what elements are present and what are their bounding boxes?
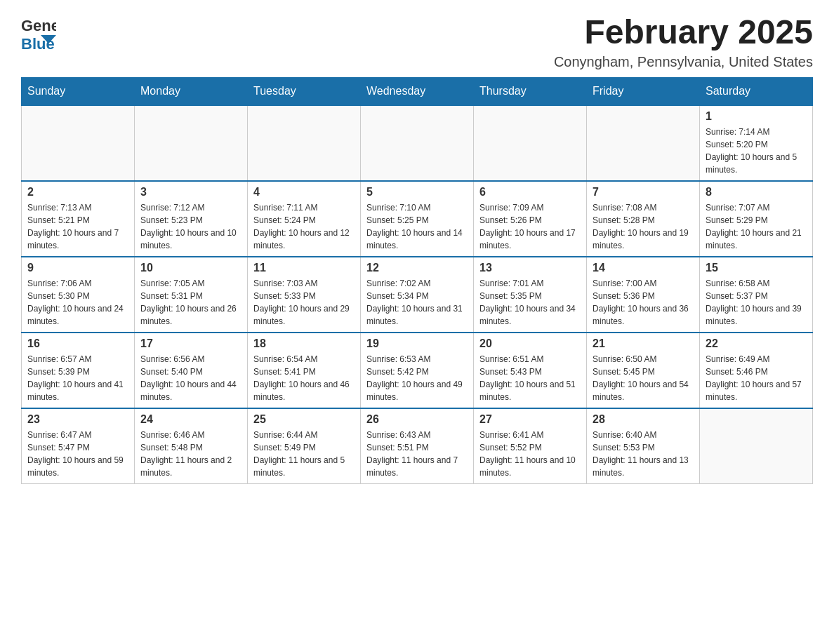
day-info: Sunrise: 6:49 AMSunset: 5:46 PMDaylight:… <box>706 353 807 403</box>
day-number: 27 <box>479 413 581 426</box>
day-info: Sunrise: 7:07 AMSunset: 5:29 PMDaylight:… <box>706 201 807 252</box>
day-number: 20 <box>479 337 581 350</box>
day-cell: 24Sunrise: 6:46 AMSunset: 5:48 PMDayligh… <box>135 408 248 484</box>
day-number: 16 <box>27 337 128 350</box>
day-number: 15 <box>706 262 807 274</box>
day-cell: 21Sunrise: 6:50 AMSunset: 5:45 PMDayligh… <box>587 333 700 408</box>
day-cell <box>135 105 248 181</box>
day-cell: 5Sunrise: 7:10 AMSunset: 5:25 PMDaylight… <box>361 181 474 257</box>
day-cell: 26Sunrise: 6:43 AMSunset: 5:51 PMDayligh… <box>361 408 474 484</box>
day-cell: 23Sunrise: 6:47 AMSunset: 5:47 PMDayligh… <box>22 408 135 484</box>
day-number: 23 <box>27 413 128 426</box>
day-cell: 12Sunrise: 7:02 AMSunset: 5:34 PMDayligh… <box>361 257 474 333</box>
day-info: Sunrise: 7:13 AMSunset: 5:21 PMDaylight:… <box>27 201 128 252</box>
column-header-friday: Friday <box>587 77 700 105</box>
day-info: Sunrise: 6:40 AMSunset: 5:53 PMDaylight:… <box>593 429 694 479</box>
day-number: 7 <box>593 186 694 199</box>
day-info: Sunrise: 6:57 AMSunset: 5:39 PMDaylight:… <box>27 353 128 403</box>
day-info: Sunrise: 7:14 AMSunset: 5:20 PMDaylight:… <box>706 126 807 176</box>
day-info: Sunrise: 6:44 AMSunset: 5:49 PMDaylight:… <box>253 429 355 479</box>
day-info: Sunrise: 7:00 AMSunset: 5:36 PMDaylight:… <box>593 277 694 328</box>
page-header: General Blue February 2025 Conyngham, Pe… <box>21 14 813 70</box>
day-info: Sunrise: 6:41 AMSunset: 5:52 PMDaylight:… <box>479 429 581 479</box>
day-number: 2 <box>27 186 128 199</box>
day-cell: 11Sunrise: 7:03 AMSunset: 5:33 PMDayligh… <box>248 257 361 333</box>
day-number: 10 <box>140 262 241 274</box>
day-info: Sunrise: 6:54 AMSunset: 5:41 PMDaylight:… <box>253 353 355 403</box>
day-info: Sunrise: 7:08 AMSunset: 5:28 PMDaylight:… <box>593 201 694 252</box>
day-cell: 18Sunrise: 6:54 AMSunset: 5:41 PMDayligh… <box>248 333 361 408</box>
day-info: Sunrise: 6:46 AMSunset: 5:48 PMDaylight:… <box>140 429 241 479</box>
day-cell: 14Sunrise: 7:00 AMSunset: 5:36 PMDayligh… <box>587 257 700 333</box>
day-info: Sunrise: 7:12 AMSunset: 5:23 PMDaylight:… <box>140 201 241 252</box>
day-cell: 7Sunrise: 7:08 AMSunset: 5:28 PMDaylight… <box>587 181 700 257</box>
column-header-wednesday: Wednesday <box>361 77 474 105</box>
logo-icon: General Blue <box>21 14 56 55</box>
column-header-thursday: Thursday <box>474 77 587 105</box>
day-number: 11 <box>253 262 355 274</box>
day-cell: 6Sunrise: 7:09 AMSunset: 5:26 PMDaylight… <box>474 181 587 257</box>
svg-text:Blue: Blue <box>21 35 55 53</box>
day-cell: 10Sunrise: 7:05 AMSunset: 5:31 PMDayligh… <box>135 257 248 333</box>
day-info: Sunrise: 7:09 AMSunset: 5:26 PMDaylight:… <box>479 201 581 252</box>
day-cell: 16Sunrise: 6:57 AMSunset: 5:39 PMDayligh… <box>22 333 135 408</box>
day-cell <box>587 105 700 181</box>
day-info: Sunrise: 6:43 AMSunset: 5:51 PMDaylight:… <box>366 429 468 479</box>
day-number: 9 <box>27 262 128 274</box>
day-cell: 17Sunrise: 6:56 AMSunset: 5:40 PMDayligh… <box>135 333 248 408</box>
day-info: Sunrise: 6:56 AMSunset: 5:40 PMDaylight:… <box>140 353 241 403</box>
calendar-header-row: SundayMondayTuesdayWednesdayThursdayFrid… <box>22 77 813 105</box>
day-info: Sunrise: 7:06 AMSunset: 5:30 PMDaylight:… <box>27 277 128 328</box>
day-info: Sunrise: 6:50 AMSunset: 5:45 PMDaylight:… <box>593 353 694 403</box>
column-header-tuesday: Tuesday <box>248 77 361 105</box>
day-number: 5 <box>366 186 468 199</box>
day-info: Sunrise: 7:03 AMSunset: 5:33 PMDaylight:… <box>253 277 355 328</box>
day-cell: 8Sunrise: 7:07 AMSunset: 5:29 PMDaylight… <box>700 181 813 257</box>
day-cell: 15Sunrise: 6:58 AMSunset: 5:37 PMDayligh… <box>700 257 813 333</box>
day-number: 28 <box>593 413 694 426</box>
day-cell: 19Sunrise: 6:53 AMSunset: 5:42 PMDayligh… <box>361 333 474 408</box>
day-cell <box>248 105 361 181</box>
day-number: 13 <box>479 262 581 274</box>
day-number: 18 <box>253 337 355 350</box>
calendar-table: SundayMondayTuesdayWednesdayThursdayFrid… <box>21 77 813 484</box>
day-cell <box>474 105 587 181</box>
day-cell <box>22 105 135 181</box>
day-cell: 2Sunrise: 7:13 AMSunset: 5:21 PMDaylight… <box>22 181 135 257</box>
svg-text:General: General <box>21 17 56 34</box>
day-cell: 13Sunrise: 7:01 AMSunset: 5:35 PMDayligh… <box>474 257 587 333</box>
week-row-3: 9Sunrise: 7:06 AMSunset: 5:30 PMDaylight… <box>22 257 813 333</box>
day-number: 1 <box>706 110 807 123</box>
day-number: 24 <box>140 413 241 426</box>
day-info: Sunrise: 6:47 AMSunset: 5:47 PMDaylight:… <box>27 429 128 479</box>
day-cell: 28Sunrise: 6:40 AMSunset: 5:53 PMDayligh… <box>587 408 700 484</box>
logo: General Blue <box>21 14 56 55</box>
day-cell: 3Sunrise: 7:12 AMSunset: 5:23 PMDaylight… <box>135 181 248 257</box>
day-number: 8 <box>706 186 807 199</box>
day-cell: 20Sunrise: 6:51 AMSunset: 5:43 PMDayligh… <box>474 333 587 408</box>
day-cell: 9Sunrise: 7:06 AMSunset: 5:30 PMDaylight… <box>22 257 135 333</box>
day-number: 19 <box>366 337 468 350</box>
week-row-4: 16Sunrise: 6:57 AMSunset: 5:39 PMDayligh… <box>22 333 813 408</box>
column-header-saturday: Saturday <box>700 77 813 105</box>
day-number: 22 <box>706 337 807 350</box>
calendar-subtitle: Conyngham, Pennsylvania, United States <box>554 54 813 70</box>
day-info: Sunrise: 7:05 AMSunset: 5:31 PMDaylight:… <box>140 277 241 328</box>
day-number: 26 <box>366 413 468 426</box>
column-header-sunday: Sunday <box>22 77 135 105</box>
calendar-title: February 2025 <box>554 14 813 51</box>
week-row-5: 23Sunrise: 6:47 AMSunset: 5:47 PMDayligh… <box>22 408 813 484</box>
day-info: Sunrise: 7:02 AMSunset: 5:34 PMDaylight:… <box>366 277 468 328</box>
day-number: 14 <box>593 262 694 274</box>
day-number: 17 <box>140 337 241 350</box>
day-info: Sunrise: 7:10 AMSunset: 5:25 PMDaylight:… <box>366 201 468 252</box>
day-info: Sunrise: 6:53 AMSunset: 5:42 PMDaylight:… <box>366 353 468 403</box>
day-cell <box>700 408 813 484</box>
day-cell: 4Sunrise: 7:11 AMSunset: 5:24 PMDaylight… <box>248 181 361 257</box>
day-info: Sunrise: 6:51 AMSunset: 5:43 PMDaylight:… <box>479 353 581 403</box>
week-row-2: 2Sunrise: 7:13 AMSunset: 5:21 PMDaylight… <box>22 181 813 257</box>
week-row-1: 1Sunrise: 7:14 AMSunset: 5:20 PMDaylight… <box>22 105 813 181</box>
day-info: Sunrise: 7:01 AMSunset: 5:35 PMDaylight:… <box>479 277 581 328</box>
day-info: Sunrise: 7:11 AMSunset: 5:24 PMDaylight:… <box>253 201 355 252</box>
day-number: 3 <box>140 186 241 199</box>
